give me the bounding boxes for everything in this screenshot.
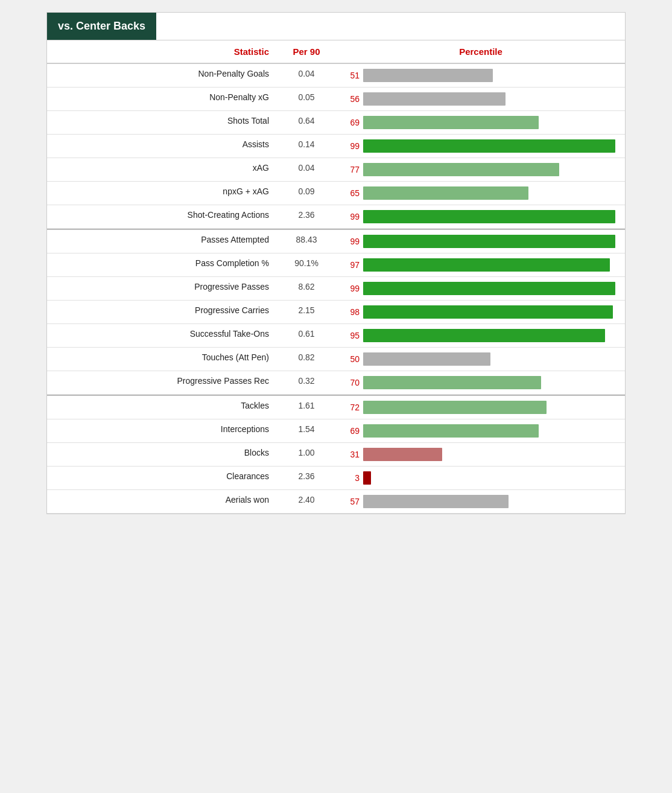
- percentile-cell: 99: [337, 230, 625, 253]
- bar-track: [363, 401, 618, 414]
- table-row: xAG0.0477: [47, 158, 625, 182]
- percentile-cell: 99: [337, 135, 625, 158]
- header-percentile: Percentile: [337, 40, 625, 63]
- table-row: Progressive Passes Rec0.3270: [47, 371, 625, 395]
- bar-track: [363, 92, 618, 106]
- rows-container: Non-Penalty Goals0.0451Non-Penalty xG0.0…: [47, 64, 625, 514]
- table-row: Touches (Att Pen)0.8250: [47, 348, 625, 371]
- per90-value: 1.54: [276, 419, 337, 442]
- percentile-cell: 3: [337, 467, 625, 489]
- percentile-number: 99: [344, 284, 360, 293]
- stat-name: Shot-Creating Actions: [47, 205, 276, 228]
- percentile-number: 69: [344, 118, 360, 127]
- per90-value: 1.00: [276, 443, 337, 466]
- table-row: Clearances2.363: [47, 467, 625, 490]
- percentile-cell: 51: [337, 64, 625, 87]
- table-row: Non-Penalty xG0.0556: [47, 88, 625, 111]
- percentile-number: 99: [344, 237, 360, 246]
- percentile-number: 56: [344, 94, 360, 104]
- bar-track: [363, 116, 618, 129]
- bar-track: [363, 352, 618, 366]
- table-row: Assists0.1499: [47, 135, 625, 158]
- stat-name: Blocks: [47, 443, 276, 466]
- table-row: Non-Penalty Goals0.0451: [47, 64, 625, 88]
- stat-name: xAG: [47, 158, 276, 181]
- percentile-number: 99: [344, 141, 360, 151]
- stat-name: Tackles: [47, 396, 276, 419]
- bar-track: [363, 305, 618, 319]
- bar-fill: [363, 258, 610, 272]
- percentile-cell: 70: [337, 371, 625, 394]
- stat-name: Clearances: [47, 467, 276, 489]
- table-row: Progressive Passes8.6299: [47, 277, 625, 301]
- percentile-number: 77: [344, 165, 360, 174]
- bar-fill: [363, 186, 528, 200]
- bar-track: [363, 258, 618, 272]
- percentile-cell: 98: [337, 301, 625, 323]
- percentile-cell: 65: [337, 182, 625, 205]
- percentile-number: 99: [344, 212, 360, 221]
- title-bar-row: vs. Center Backs: [47, 13, 625, 40]
- stat-name: Pass Completion %: [47, 253, 276, 276]
- bar-fill: [363, 69, 493, 82]
- header-statistic: Statistic: [47, 40, 276, 63]
- bar-fill: [363, 329, 605, 342]
- stat-name: Progressive Passes Rec: [47, 371, 276, 394]
- per90-value: 90.1%: [276, 253, 337, 276]
- percentile-cell: 77: [337, 158, 625, 181]
- percentile-number: 70: [344, 378, 360, 387]
- table-row: Successful Take-Ons0.6195: [47, 324, 625, 348]
- percentile-number: 69: [344, 426, 360, 436]
- per90-value: 0.64: [276, 111, 337, 134]
- bar-fill: [363, 139, 615, 153]
- table-row: Progressive Carries2.1598: [47, 301, 625, 324]
- table-row: Aerials won2.4057: [47, 490, 625, 514]
- bar-fill: [363, 495, 509, 508]
- header-row: Statistic Per 90 Percentile: [47, 40, 625, 64]
- bar-track: [363, 139, 618, 153]
- percentile-cell: 56: [337, 88, 625, 110]
- bar-track: [363, 69, 618, 82]
- main-table: vs. Center Backs Statistic Per 90 Percen…: [46, 12, 626, 514]
- stat-name: Progressive Carries: [47, 301, 276, 323]
- per90-value: 2.36: [276, 467, 337, 489]
- table-row: Interceptions1.5469: [47, 419, 625, 443]
- per90-value: 0.61: [276, 324, 337, 347]
- percentile-cell: 72: [337, 396, 625, 419]
- bar-track: [363, 186, 618, 200]
- stat-name: Interceptions: [47, 419, 276, 442]
- percentile-number: 95: [344, 331, 360, 340]
- table-row: Pass Completion %90.1%97: [47, 253, 625, 277]
- percentile-cell: 31: [337, 443, 625, 466]
- bar-track: [363, 471, 618, 485]
- bar-track: [363, 376, 618, 389]
- table-title: vs. Center Backs: [47, 13, 156, 40]
- bar-fill: [363, 376, 541, 389]
- stat-name: Assists: [47, 135, 276, 158]
- bar-fill: [363, 235, 615, 248]
- bar-fill: [363, 210, 615, 223]
- percentile-number: 51: [344, 71, 360, 80]
- per90-value: 2.40: [276, 490, 337, 513]
- percentile-cell: 57: [337, 490, 625, 513]
- bar-track: [363, 329, 618, 342]
- per90-value: 0.04: [276, 158, 337, 181]
- bar-fill: [363, 424, 539, 438]
- stat-name: Successful Take-Ons: [47, 324, 276, 347]
- percentile-number: 31: [344, 450, 360, 459]
- stat-name: Non-Penalty Goals: [47, 64, 276, 87]
- percentile-cell: 50: [337, 348, 625, 371]
- percentile-cell: 69: [337, 419, 625, 442]
- bar-fill: [363, 116, 539, 129]
- per90-value: 0.82: [276, 348, 337, 371]
- per90-value: 8.62: [276, 277, 337, 300]
- bar-track: [363, 235, 618, 248]
- per90-value: 2.15: [276, 301, 337, 323]
- bar-fill: [363, 448, 442, 461]
- table-row: Shots Total0.6469: [47, 111, 625, 135]
- percentile-cell: 99: [337, 277, 625, 300]
- bar-fill: [363, 92, 506, 106]
- stat-name: Progressive Passes: [47, 277, 276, 300]
- bar-fill: [363, 471, 371, 485]
- per90-value: 2.36: [276, 205, 337, 228]
